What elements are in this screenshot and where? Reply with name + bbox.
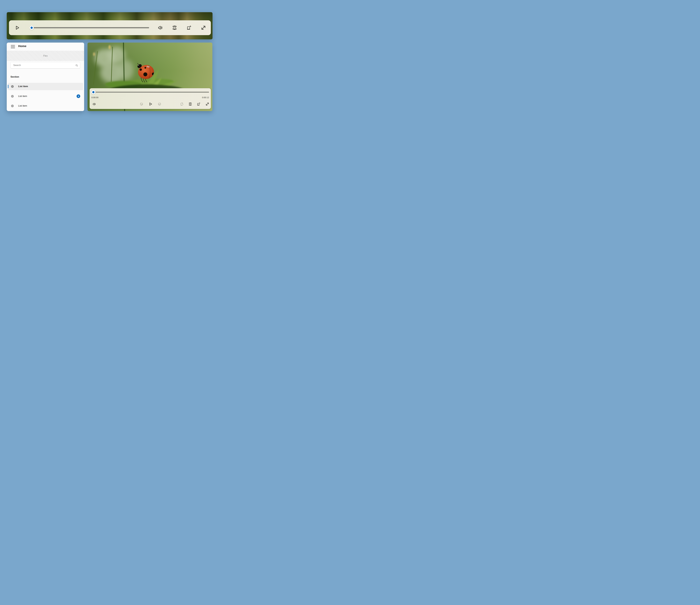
fullscreen-icon	[205, 102, 209, 106]
media-controls-panel: 0:00:00 0:00:12 10	[90, 88, 211, 109]
cast-icon	[197, 102, 200, 106]
selection-indicator	[8, 85, 8, 88]
notification-badge: 9	[77, 94, 80, 98]
list-item[interactable]: List item	[8, 83, 83, 90]
page-title: Home	[18, 44, 26, 48]
volume-icon	[158, 25, 163, 30]
skip-back-button[interactable]: 10	[139, 101, 145, 107]
play-button[interactable]	[14, 25, 20, 31]
skip-back-icon: 10	[140, 102, 144, 106]
list-item[interactable]: List item	[8, 102, 83, 110]
hamburger-icon	[11, 45, 15, 46]
miniplayer-icon	[172, 25, 177, 30]
fullscreen-button[interactable]	[204, 101, 210, 107]
skip-forward-button[interactable]: 30	[156, 101, 162, 107]
total-duration: 0:00:12	[202, 96, 209, 99]
fullscreen-icon	[201, 25, 206, 30]
play-button[interactable]	[148, 101, 153, 107]
gear-icon	[11, 85, 14, 88]
flex-pane-label: Flex	[43, 54, 48, 57]
fullscreen-button[interactable]	[200, 25, 206, 31]
media-controls-bar	[9, 20, 211, 35]
seek-track[interactable]	[32, 27, 149, 28]
search-icon	[75, 64, 78, 67]
volume-button[interactable]	[92, 101, 97, 107]
list-item-label: List item	[18, 85, 28, 88]
search-input[interactable]	[10, 62, 80, 68]
video-player: 0:00:00 0:00:12 10	[88, 43, 212, 111]
skip-forward-icon: 30	[157, 102, 161, 106]
play-icon	[148, 102, 153, 106]
top-video-player	[7, 12, 212, 39]
list-item-label: List item	[18, 95, 27, 98]
seek-thumb[interactable]	[91, 90, 96, 94]
list-item-label: List item	[18, 104, 27, 107]
flex-pane: Flex	[7, 51, 84, 61]
hamburger-menu-button[interactable]	[10, 45, 16, 49]
section-header: Section	[10, 75, 19, 78]
miniplayer-button[interactable]	[188, 101, 193, 107]
play-icon	[15, 25, 20, 30]
navigation-panel: Home Flex Section List item	[7, 43, 84, 111]
cast-button[interactable]	[186, 25, 192, 31]
miniplayer-icon	[189, 102, 192, 106]
list-item[interactable]: List item 9	[8, 93, 83, 100]
elapsed-time: 0:00:00	[92, 96, 98, 99]
miniplayer-button[interactable]	[172, 25, 178, 31]
gear-icon	[11, 95, 14, 98]
cast-icon	[186, 25, 192, 30]
svg-text:30: 30	[158, 104, 160, 105]
svg-text:10: 10	[141, 104, 142, 105]
gear-icon	[11, 104, 14, 107]
seek-track[interactable]	[93, 92, 209, 93]
volume-icon	[93, 102, 96, 106]
seek-thumb[interactable]	[29, 26, 34, 30]
cast-button[interactable]	[196, 101, 201, 107]
search-box	[10, 62, 80, 69]
volume-button[interactable]	[157, 25, 164, 31]
repeat-button[interactable]	[179, 101, 184, 107]
repeat-icon	[180, 102, 184, 106]
